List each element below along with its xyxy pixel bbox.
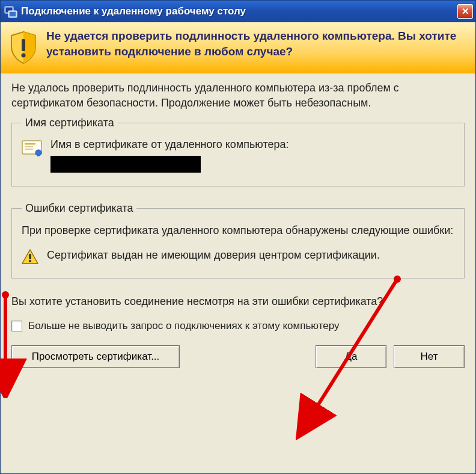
certificate-name-legend: Имя сертификата bbox=[22, 117, 118, 129]
no-button[interactable]: Нет bbox=[394, 345, 465, 368]
svg-point-5 bbox=[22, 54, 26, 58]
svg-point-13 bbox=[2, 291, 9, 298]
window-title: Подключение к удаленному рабочему столу bbox=[21, 5, 457, 17]
svg-rect-11 bbox=[29, 254, 31, 259]
svg-rect-8 bbox=[25, 146, 33, 147]
certificate-icon bbox=[22, 140, 42, 157]
certificate-errors-intro: При проверке сертификата удаленного комп… bbox=[22, 223, 454, 238]
view-certificate-button[interactable]: Просмотреть сертификат... bbox=[11, 345, 180, 368]
svg-rect-7 bbox=[25, 143, 35, 145]
yes-button[interactable]: Да bbox=[316, 345, 386, 368]
certificate-name-group: Имя сертификата Имя в сертификате от уда… bbox=[11, 117, 465, 186]
dont-ask-checkbox[interactable] bbox=[11, 321, 22, 331]
dont-ask-label: Больше не выводить запрос о подключениях… bbox=[28, 320, 340, 332]
intro-text: Не удалось проверить подлинность удаленн… bbox=[11, 81, 465, 111]
certificate-error-item: Сертификат выдан не имеющим доверия цент… bbox=[47, 248, 380, 263]
close-button[interactable]: ✕ bbox=[457, 4, 473, 19]
certificate-name-label: Имя в сертификате от удаленного компьюте… bbox=[50, 138, 288, 152]
certificate-errors-group: Ошибки сертификата При проверке сертифик… bbox=[11, 202, 465, 279]
warning-triangle-icon bbox=[22, 249, 38, 265]
certificate-errors-legend: Ошибки сертификата bbox=[22, 202, 136, 215]
certificate-name-value-redacted bbox=[50, 156, 201, 173]
warning-banner: Не удается проверить подлинность удаленн… bbox=[1, 22, 475, 73]
svg-rect-4 bbox=[22, 39, 25, 51]
shield-warning-icon bbox=[9, 31, 38, 64]
warning-heading: Не удается проверить подлинность удаленн… bbox=[46, 28, 467, 59]
continue-question: Вы хотите установить соединение несмотря… bbox=[11, 294, 465, 309]
titlebar: Подключение к удаленному рабочему столу … bbox=[1, 1, 475, 22]
svg-point-12 bbox=[29, 260, 31, 262]
dialog-window: Подключение к удаленному рабочему столу … bbox=[0, 0, 476, 474]
rdp-icon bbox=[4, 5, 17, 18]
svg-rect-3 bbox=[10, 12, 16, 16]
dialog-body: Не удалось проверить подлинность удаленн… bbox=[1, 73, 475, 473]
dont-ask-row: Больше не выводить запрос о подключениях… bbox=[11, 320, 465, 332]
button-row: Просмотреть сертификат... Да Нет bbox=[11, 345, 465, 368]
svg-rect-9 bbox=[25, 149, 33, 150]
